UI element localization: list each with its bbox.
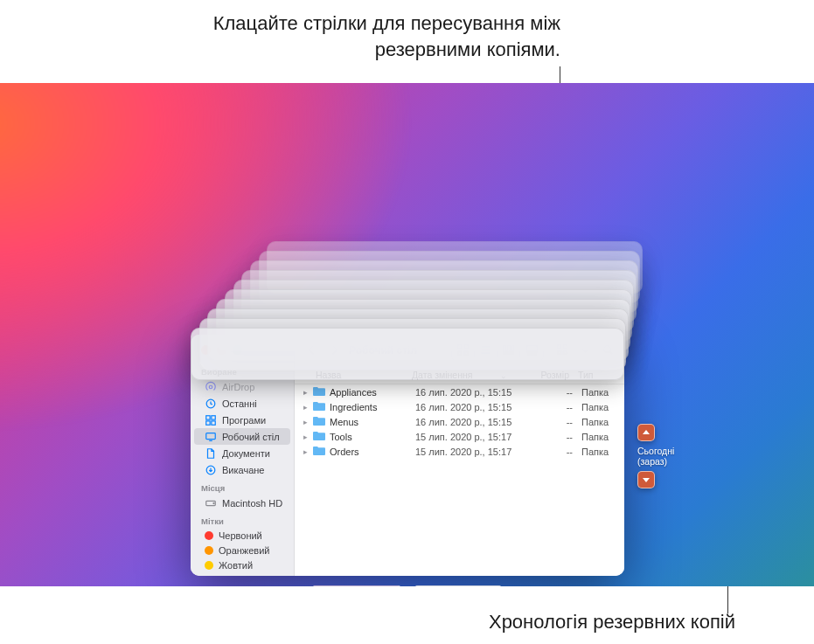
file-size: -- [529,432,581,442]
file-row[interactable]: ▸Ingredients16 лип. 2020 р., 15:15--Папк… [295,399,624,414]
file-date: 16 лип. 2020 р., 15:15 [415,417,529,427]
sidebar-item-документи[interactable]: Документи [194,445,290,461]
file-kind: Папка [581,402,617,412]
sidebar-item-оранжевий[interactable]: Оранжевий [194,543,290,557]
sidebar-item-label: Програми [222,415,266,426]
disclosure-triangle-icon[interactable]: ▸ [303,388,312,397]
backup-prev-button[interactable] [637,424,655,441]
sidebar-item-label: Зелений [219,575,256,577]
sidebar-item-зелений[interactable]: Зелений [194,572,290,576]
sidebar-item-label: Оранжевий [219,545,269,556]
file-date: 15 лип. 2020 р., 15:17 [415,432,529,442]
file-date: 16 лип. 2020 р., 15:15 [415,402,529,412]
clock-icon [205,398,217,410]
svg-rect-5 [212,420,215,424]
file-list: ▸Appliances16 лип. 2020 р., 15:15--Папка… [295,384,624,576]
folder-icon [312,401,326,413]
apps-icon [205,414,217,426]
cancel-button[interactable]: Скасувати [311,585,402,586]
file-size: -- [529,402,581,412]
hd-icon [205,497,217,509]
file-date: 15 лип. 2020 р., 15:17 [415,447,529,457]
sidebar-item-airdrop[interactable]: AirDrop [194,378,290,395]
backup-current-label: Сьогодні (зараз) [637,445,699,467]
doc-icon [205,447,217,460]
file-size: -- [529,417,581,427]
svg-rect-4 [206,420,210,424]
sidebar-item-label: Викачане [222,465,264,475]
sidebar-item-робочий стіл[interactable]: Робочий стіл [194,428,290,445]
tag-dot-icon [205,561,213,570]
file-size: -- [529,447,581,457]
sidebar-item-label: Жовтий [219,560,253,571]
sidebar-item-викачане[interactable]: Викачане [194,461,290,478]
sidebar-item-label: Робочий стіл [222,432,280,442]
sidebar-item-macintosh hd[interactable]: Macintosh HD [194,495,290,511]
file-name: Menus [330,417,415,427]
backup-next-button[interactable] [637,471,655,488]
restore-button[interactable]: Відновити [414,585,503,586]
folder-icon [312,416,326,428]
sidebar-item-останні[interactable]: Останні [194,395,290,412]
file-kind: Папка [581,432,617,442]
disclosure-triangle-icon[interactable]: ▸ [303,447,312,456]
sidebar-item-жовтий[interactable]: Жовтий [194,557,290,572]
folder-icon [312,431,326,443]
file-kind: Папка [581,447,617,457]
sidebar-item-label: AirDrop [222,382,254,392]
file-row[interactable]: ▸Orders15 лип. 2020 р., 15:17--Папка [295,444,624,459]
disclosure-triangle-icon[interactable]: ▸ [303,418,312,426]
file-name: Orders [330,447,415,457]
tag-dot-icon [205,576,213,577]
file-row[interactable]: ▸Menus16 лип. 2020 р., 15:15--Папка [295,414,624,429]
disclosure-triangle-icon[interactable]: ▸ [303,403,312,412]
sidebar-header-locations: Місця [191,478,294,495]
svg-rect-3 [212,415,215,419]
sidebar-header-tags: Мітки [191,511,294,528]
file-name: Appliances [330,387,415,398]
action-buttons: Скасувати Відновити [0,585,814,586]
sidebar-item-програми[interactable]: Програми [194,412,290,428]
file-kind: Папка [581,387,617,398]
sidebar-item-червоний[interactable]: Червоний [194,528,290,543]
sidebar-item-label: Останні [222,398,257,409]
sidebar-item-label: Червоний [219,530,262,541]
annotation-timeline: Хронологія резервних копій [298,609,735,635]
svg-point-0 [209,385,212,389]
file-row[interactable]: ▸Tools15 лип. 2020 р., 15:17--Папка [295,429,624,444]
disclosure-triangle-icon[interactable]: ▸ [303,433,312,441]
tag-dot-icon [205,546,213,555]
folder-icon [312,446,326,458]
download-icon [205,464,217,476]
svg-rect-6 [206,433,216,439]
time-machine-desktop: Вибране AirDropОстанніПрограмиРобочий ст… [0,83,814,586]
file-size: -- [529,387,581,398]
svg-rect-2 [206,415,210,419]
annotation-arrows: Клацайте стрілки для пересування між рез… [123,10,560,62]
airdrop-icon [205,381,217,393]
backup-nav: Сьогодні (зараз) [637,424,699,488]
file-kind: Папка [581,417,617,427]
file-date: 16 лип. 2020 р., 15:15 [415,387,529,398]
tag-dot-icon [205,531,213,540]
sidebar-item-label: Macintosh HD [222,498,282,509]
file-name: Tools [330,432,415,442]
file-row[interactable]: ▸Appliances16 лип. 2020 р., 15:15--Папка [295,384,624,399]
svg-point-9 [213,502,214,503]
folder-icon [312,386,326,398]
file-name: Ingredients [330,402,415,412]
sidebar-item-label: Документи [222,448,270,459]
desktop-icon [205,431,217,443]
